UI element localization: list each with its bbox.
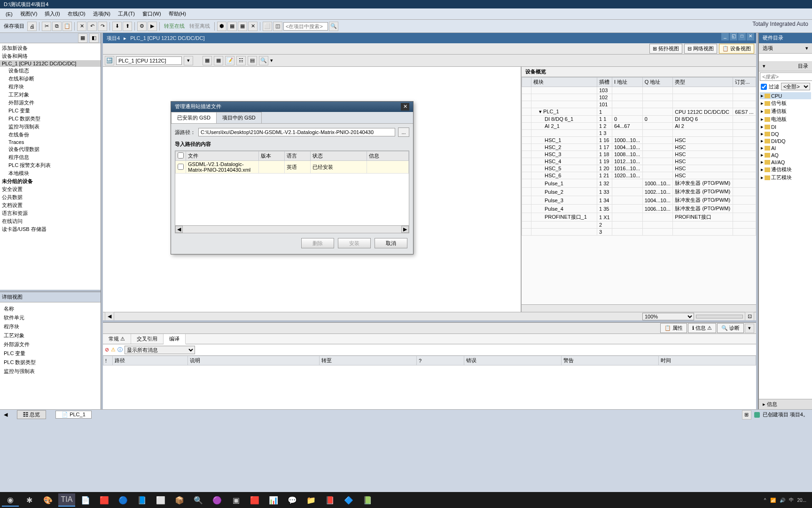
tree-item[interactable]: 安全设置: [0, 185, 101, 193]
topology-view-button[interactable]: ⊞拓扑视图: [649, 44, 682, 54]
breadcrumb-2[interactable]: PLC_1 [CPU 1212C DC/DC/DC]: [130, 35, 204, 41]
menu-online[interactable]: 在线(O): [64, 9, 89, 18]
filter-select[interactable]: <全部>: [781, 83, 810, 90]
catalog-tree[interactable]: ▸ CPU▸ 信号板▸ 通信板▸ 电池板▸ DI▸ DQ▸ DI/DQ▸ AI▸…: [759, 91, 812, 399]
menu-window[interactable]: 窗口(W): [139, 9, 165, 18]
split-icon[interactable]: ⬜: [263, 22, 272, 31]
xref-subtab[interactable]: 交叉引用: [131, 334, 164, 344]
device-tool-3-icon[interactable]: 📝: [225, 56, 234, 65]
tree-item[interactable]: 外部源文件: [0, 99, 101, 107]
detail-item[interactable]: PLC 变量: [2, 349, 99, 358]
fit-icon[interactable]: ⊡: [745, 312, 754, 321]
device-row[interactable]: PROFINET接口_11 X1PROFINET接口: [522, 213, 756, 222]
tool-icon-2[interactable]: ▦: [227, 22, 237, 31]
installed-gsd-tab[interactable]: 已安装的 GSD: [171, 112, 217, 123]
properties-tab[interactable]: 📋 属性: [660, 323, 687, 333]
search-go-icon[interactable]: 🔍: [329, 22, 338, 31]
zoom-icon[interactable]: 🔍: [259, 56, 268, 65]
app-icon-5[interactable]: 📘: [133, 493, 150, 507]
device-row[interactable]: 102: [522, 94, 756, 101]
menu-tools[interactable]: 工具(T): [114, 9, 139, 18]
tree-item[interactable]: 设备和网络: [0, 52, 101, 60]
tree-item[interactable]: 未分组的设备: [0, 177, 101, 185]
catalog-section[interactable]: ▾ 目录: [759, 61, 812, 71]
app-icon-6[interactable]: ⬜: [152, 493, 169, 507]
portal-view-icon[interactable]: ◀: [4, 412, 8, 418]
tree-item[interactable]: 在线访问: [0, 217, 101, 225]
menu-help[interactable]: 帮助(H): [165, 9, 190, 18]
app-icon-9[interactable]: 🟥: [246, 493, 263, 507]
tree-item[interactable]: 程序信息: [0, 153, 101, 161]
menu-options[interactable]: 选项(N): [89, 9, 114, 18]
compile-icon[interactable]: ⚙: [137, 22, 147, 31]
ime-icon[interactable]: 中: [789, 497, 794, 503]
device-row[interactable]: DI 8/DQ 6_11 100DI 8/DQ 6: [522, 116, 756, 123]
device-row[interactable]: HSC_21 171004...10...HSC: [522, 144, 756, 151]
tool-icon-1[interactable]: ⬢: [217, 22, 226, 31]
device-row[interactable]: 3: [522, 229, 756, 236]
maximize-icon[interactable]: □: [738, 33, 746, 40]
simulate-icon[interactable]: ▶: [148, 22, 157, 31]
app-icon-3[interactable]: 🟥: [96, 493, 113, 507]
device-overview-table[interactable]: 模块插槽I 地址Q 地址类型订货...103102101▾ PLC_11CPU …: [522, 77, 756, 304]
undo-icon[interactable]: ↶: [87, 22, 97, 31]
catalog-item[interactable]: ▸ 电池板: [760, 115, 811, 123]
tree-item[interactable]: 读卡器/USB 存储器: [0, 225, 101, 233]
chrome-icon[interactable]: ◉: [2, 493, 19, 507]
network-view-button[interactable]: ⊟网络视图: [684, 44, 717, 54]
browse-button[interactable]: ...: [398, 127, 409, 137]
app-icon-11[interactable]: 🔷: [340, 493, 357, 507]
detail-item[interactable]: 工艺对象: [2, 331, 99, 340]
tree-item[interactable]: 监控与强制表: [0, 123, 101, 131]
minimize-icon[interactable]: _: [721, 33, 729, 40]
tree-item[interactable]: 程序块: [0, 83, 101, 91]
search-app-icon[interactable]: 🔍: [190, 493, 207, 507]
device-row[interactable]: Pulse_31 341004...10...脉冲发生器 (PTO/PWM): [522, 196, 756, 205]
tree-item[interactable]: 在线备份: [0, 131, 101, 139]
detail-item[interactable]: 外部源文件: [2, 340, 99, 349]
app-icon-7[interactable]: 📦: [171, 493, 188, 507]
catalog-item[interactable]: ▸ 工艺模块: [760, 174, 811, 182]
error-icon[interactable]: ⊘: [105, 347, 109, 353]
catalog-item[interactable]: ▸ DI: [760, 123, 811, 130]
tree-item[interactable]: Traces: [0, 139, 101, 145]
tree-item[interactable]: 设备代理数据: [0, 145, 101, 153]
project-gsd-tab[interactable]: 项目中的 GSD: [216, 112, 262, 123]
device-row[interactable]: 2: [522, 222, 756, 229]
row-checkbox[interactable]: [178, 164, 184, 170]
detail-item[interactable]: 名称: [2, 304, 99, 313]
breadcrumb-1[interactable]: 项目4: [107, 35, 120, 42]
wifi-icon[interactable]: 📶: [770, 498, 776, 503]
app-icon-2[interactable]: 🎨: [39, 493, 56, 507]
app-icon-8[interactable]: 🟣: [209, 493, 226, 507]
overview-tab[interactable]: ☷ 总览: [17, 410, 46, 419]
tree-item[interactable]: 在线和诊断: [0, 75, 101, 83]
tia-portal-icon[interactable]: TIA: [58, 493, 75, 507]
restore-icon[interactable]: ◱: [730, 33, 737, 40]
device-row[interactable]: 103: [522, 87, 756, 94]
catalog-item[interactable]: ▸ 通信板: [760, 107, 811, 115]
split2-icon[interactable]: ◫: [273, 22, 282, 31]
device-row[interactable]: HSC_41 191012...10...HSC: [522, 158, 756, 165]
save-project-button[interactable]: 保存项目: [2, 23, 26, 30]
panel-collapse-icon[interactable]: ▾: [745, 324, 754, 333]
catalog-item[interactable]: ▸ DQ: [760, 130, 811, 137]
info-tab[interactable]: ℹ 信息 ⚠: [688, 323, 716, 333]
detail-item[interactable]: 程序块: [2, 322, 99, 331]
tree-item[interactable]: PLC 报警文本列表: [0, 161, 101, 169]
scroll-left-icon[interactable]: ◀: [105, 312, 114, 321]
device-row[interactable]: 101: [522, 101, 756, 108]
tree-item[interactable]: 添加新设备: [0, 44, 101, 52]
close-editor-icon[interactable]: ✕: [747, 33, 754, 40]
tree-item[interactable]: 语言和资源: [0, 209, 101, 217]
catalog-search-input[interactable]: [760, 72, 812, 81]
project-tree[interactable]: 添加新设备设备和网络PLC_1 [CPU 1212C DC/DC/DC]设备组态…: [0, 43, 101, 290]
system-tray[interactable]: ^ 📶 🔊 中 20...: [760, 497, 810, 503]
device-row[interactable]: Pulse_11 321000...10...脉冲发生器 (PTO/PWM): [522, 179, 756, 188]
menu-insert[interactable]: 插入(I): [41, 9, 63, 18]
tree-item[interactable]: 设备组态: [0, 67, 101, 75]
select-all-checkbox[interactable]: [178, 152, 184, 159]
cancel-button[interactable]: 取消: [375, 238, 407, 248]
tree-item[interactable]: 工艺对象: [0, 91, 101, 99]
redo-icon[interactable]: ↷: [98, 22, 107, 31]
